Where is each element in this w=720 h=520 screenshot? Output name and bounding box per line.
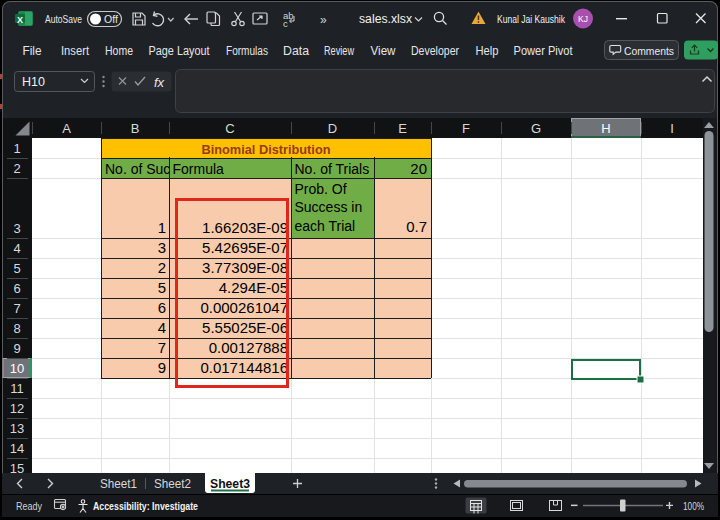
svg-text:fx: fx xyxy=(154,75,165,90)
svg-text:KJ: KJ xyxy=(578,14,588,24)
svg-text:0.00127888: 0.00127888 xyxy=(209,339,288,356)
svg-text:Accessibility: Investigate: Accessibility: Investigate xyxy=(93,500,198,512)
svg-text:1.66203E-09: 1.66203E-09 xyxy=(202,219,288,236)
svg-text:Home: Home xyxy=(105,44,133,58)
svg-text:5: 5 xyxy=(158,279,166,296)
svg-text:Help: Help xyxy=(476,44,499,58)
svg-text:Binomial Distribution: Binomial Distribution xyxy=(202,142,331,157)
svg-text:1: 1 xyxy=(158,219,166,236)
svg-text:H: H xyxy=(601,121,610,136)
svg-text:Developer: Developer xyxy=(411,44,459,58)
svg-text:Sheet2: Sheet2 xyxy=(154,477,191,491)
svg-text:4.294E-05: 4.294E-05 xyxy=(219,279,288,296)
svg-text:Comments: Comments xyxy=(624,45,674,57)
svg-text:No. of Suc: No. of Suc xyxy=(105,161,170,177)
svg-text:Off: Off xyxy=(104,13,118,25)
svg-text:3.77309E-08: 3.77309E-08 xyxy=(202,259,288,276)
svg-text:13: 13 xyxy=(10,421,24,436)
svg-text:»: » xyxy=(320,13,327,27)
svg-text:Ready: Ready xyxy=(16,500,42,512)
svg-text:c: c xyxy=(283,18,288,29)
svg-text:Data: Data xyxy=(283,44,309,58)
svg-text:D: D xyxy=(328,121,337,136)
svg-text:Sheet3: Sheet3 xyxy=(210,477,250,491)
svg-text:B: B xyxy=(131,121,140,136)
svg-text:Formulas: Formulas xyxy=(226,44,268,58)
svg-text:4: 4 xyxy=(13,241,20,256)
svg-text:8: 8 xyxy=(13,321,20,336)
svg-text:15: 15 xyxy=(10,461,24,473)
svg-text:3: 3 xyxy=(13,221,20,236)
svg-text:100%: 100% xyxy=(683,500,704,512)
svg-text:each Trial: each Trial xyxy=(295,218,356,234)
svg-text:Formula: Formula xyxy=(173,161,225,177)
svg-text:9: 9 xyxy=(158,359,166,376)
svg-text:H10: H10 xyxy=(22,75,45,89)
svg-text:Kunal Jai Kaushik: Kunal Jai Kaushik xyxy=(497,13,566,25)
svg-text:No. of Trials: No. of Trials xyxy=(295,161,370,177)
svg-text:11: 11 xyxy=(10,381,24,396)
svg-text:5.42695E-07: 5.42695E-07 xyxy=(202,239,288,256)
svg-text:1: 1 xyxy=(13,141,20,156)
svg-text:0.000261047: 0.000261047 xyxy=(200,299,288,316)
svg-text:AutoSave: AutoSave xyxy=(45,13,82,25)
svg-text:0.7: 0.7 xyxy=(406,218,427,235)
svg-text:G: G xyxy=(531,121,541,136)
svg-text:X: X xyxy=(17,15,23,25)
svg-text:5.55025E-06: 5.55025E-06 xyxy=(202,319,288,336)
svg-text:Sheet1: Sheet1 xyxy=(100,477,137,491)
svg-text:View: View xyxy=(371,44,396,58)
svg-text:7: 7 xyxy=(158,339,166,356)
svg-text:Review: Review xyxy=(324,44,354,58)
svg-text:Success in: Success in xyxy=(295,199,363,215)
svg-text:10: 10 xyxy=(10,361,24,376)
svg-text:6: 6 xyxy=(158,299,166,316)
svg-text:5: 5 xyxy=(13,261,20,276)
svg-text:Page Layout: Page Layout xyxy=(149,44,211,58)
svg-text:F: F xyxy=(462,121,470,136)
svg-text:12: 12 xyxy=(10,401,24,416)
svg-text:7: 7 xyxy=(13,301,20,316)
svg-text:4: 4 xyxy=(158,319,166,336)
svg-text:C: C xyxy=(225,121,234,136)
svg-text:0.017144816: 0.017144816 xyxy=(200,359,288,376)
svg-text:I: I xyxy=(670,121,674,136)
svg-text:A: A xyxy=(62,121,71,136)
svg-text:E: E xyxy=(398,121,407,136)
svg-text:File: File xyxy=(23,44,42,58)
svg-text:9: 9 xyxy=(13,341,20,356)
svg-text:2: 2 xyxy=(13,161,20,176)
svg-text:sales.xlsx: sales.xlsx xyxy=(359,12,412,26)
svg-text:Insert: Insert xyxy=(61,44,90,58)
svg-text:2: 2 xyxy=(158,259,166,276)
svg-text:14: 14 xyxy=(10,441,24,456)
svg-text:3: 3 xyxy=(158,239,166,256)
svg-text:6: 6 xyxy=(13,281,20,296)
svg-text:Prob. Of: Prob. Of xyxy=(295,181,347,197)
svg-text:Power Pivot: Power Pivot xyxy=(514,44,574,58)
svg-text:20: 20 xyxy=(410,160,427,177)
